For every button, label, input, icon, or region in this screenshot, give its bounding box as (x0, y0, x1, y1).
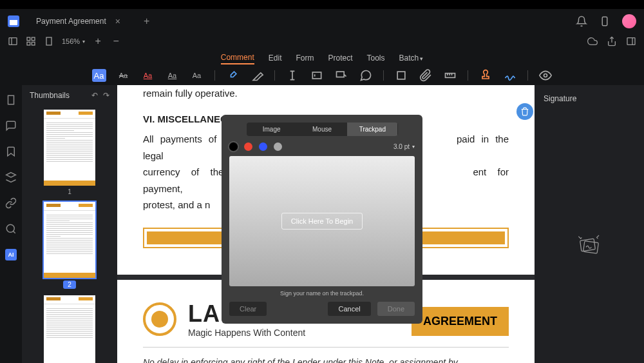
menu-bar: Comment Edit Form Protect Tools Batch▾ (0, 49, 644, 67)
tab-trackpad[interactable]: Trackpad (347, 123, 397, 136)
comments-icon[interactable] (5, 120, 17, 132)
ruler-icon[interactable] (443, 69, 457, 82)
tab-image[interactable]: Image (247, 123, 297, 136)
document-tab[interactable]: Payment Agreement × (27, 16, 129, 26)
svg-rect-1 (10, 17, 17, 20)
svg-rect-7 (27, 42, 30, 45)
signature-title: Signature (544, 94, 635, 103)
eye-icon[interactable] (538, 69, 553, 82)
agreement-badge: AGREEMENT (412, 307, 509, 336)
search-icon[interactable] (5, 223, 17, 235)
clear-button[interactable]: Clear (229, 302, 267, 316)
rectangle-icon[interactable] (394, 69, 408, 82)
thumbnail-page-2[interactable] (44, 202, 95, 278)
menu-protect[interactable]: Protect (328, 52, 352, 64)
cancel-button[interactable]: Cancel (328, 302, 370, 316)
svg-point-22 (544, 74, 547, 77)
bookmark-icon[interactable] (5, 146, 17, 157)
svg-rect-10 (627, 38, 635, 45)
add-tab-button[interactable]: + (144, 15, 149, 27)
signature-icon[interactable] (503, 69, 517, 82)
text-under2-button[interactable]: Aa (166, 69, 180, 82)
thumbnails-panel: Thumbnails ↶ ↷ 1 2 (22, 85, 117, 363)
share-icon[interactable] (607, 36, 617, 46)
svg-rect-6 (32, 37, 35, 41)
chevron-down-icon: ▾ (420, 55, 423, 62)
rotate-right-icon[interactable]: ↷ (103, 91, 109, 100)
chevron-down-icon: ▾ (82, 39, 85, 44)
window-titlebar (0, 0, 644, 9)
page-icon[interactable] (44, 36, 54, 46)
svg-point-25 (6, 224, 14, 232)
text-strike-button[interactable]: Aa (117, 69, 131, 82)
color-red[interactable] (244, 142, 252, 151)
device-icon[interactable] (599, 15, 611, 27)
panel-icon[interactable] (626, 36, 636, 46)
text-caret-button[interactable]: Aa (190, 69, 204, 82)
menu-edit[interactable]: Edit (269, 52, 282, 64)
sidebar-toggle-icon[interactable] (8, 36, 18, 46)
doc-italic: No delay in enforcing any right of the L… (143, 355, 509, 363)
svg-marker-24 (6, 173, 16, 178)
signature-tabs: Image Mouse Trackpad (247, 123, 398, 136)
avatar[interactable] (622, 14, 636, 28)
svg-rect-15 (336, 72, 344, 77)
company-tagline: Magic Happens With Content (188, 328, 305, 338)
color-blue[interactable] (259, 142, 267, 151)
zoom-control[interactable]: 156% ▾ (62, 37, 85, 45)
divider (468, 70, 468, 81)
tab-mouse[interactable]: Mouse (297, 123, 347, 136)
view-toolbar: 156% ▾ + − (0, 34, 644, 49)
begin-signing-button[interactable]: Click Here To Begin (281, 213, 363, 230)
signature-canvas[interactable]: Click Here To Begin (229, 156, 415, 286)
color-gray[interactable] (274, 142, 282, 151)
link-icon[interactable] (5, 197, 17, 209)
svg-rect-9 (46, 37, 52, 45)
textbox-icon[interactable] (310, 69, 324, 82)
tab-bar: Payment Agreement × + (0, 9, 644, 34)
grid-icon[interactable] (26, 36, 36, 46)
divider (527, 70, 528, 81)
text-under-button[interactable]: Aa (141, 69, 155, 82)
menu-tools[interactable]: Tools (367, 52, 385, 64)
text-highlight-button[interactable]: Aa (92, 69, 106, 82)
zoom-value: 156% (62, 37, 80, 45)
thumbnail-page-1[interactable] (44, 110, 95, 186)
stroke-value: 3.0 pt (393, 143, 410, 150)
close-icon[interactable]: × (115, 16, 120, 26)
divider (274, 70, 275, 81)
done-button[interactable]: Done (377, 302, 415, 316)
menu-comment[interactable]: Comment (221, 52, 254, 64)
menu-batch[interactable]: Batch▾ (399, 52, 424, 64)
zoom-out-icon[interactable]: − (111, 36, 121, 46)
tab-label: Payment Agreement (36, 17, 106, 26)
eraser-icon[interactable] (250, 69, 264, 82)
text-cursor-icon[interactable] (285, 69, 299, 82)
ai-icon[interactable]: AI (5, 249, 17, 260)
layers-icon[interactable] (5, 172, 17, 183)
thumbs-icon[interactable] (5, 94, 17, 106)
cloud-icon[interactable] (587, 36, 598, 46)
callout-icon[interactable] (334, 69, 348, 82)
highlighter-icon[interactable] (225, 69, 240, 82)
svg-rect-23 (8, 95, 14, 104)
svg-rect-28 (583, 241, 599, 254)
bell-icon[interactable] (576, 15, 587, 27)
svg-rect-2 (602, 17, 607, 26)
svg-rect-17 (397, 72, 405, 79)
color-black[interactable] (229, 142, 238, 151)
thumbnail-page-3[interactable] (44, 295, 95, 363)
zoom-in-icon[interactable]: + (93, 36, 103, 46)
note-icon[interactable] (359, 69, 373, 82)
doc-fragment: currency of the (143, 166, 223, 177)
stroke-width-select[interactable]: 3.0 pt ▾ (393, 143, 415, 150)
signature-modal: Image Mouse Trackpad 3.0 pt ▾ Click Here… (222, 115, 422, 324)
rotate-left-icon[interactable]: ↶ (91, 91, 98, 100)
attachment-icon[interactable] (419, 69, 433, 82)
signature-panel: Signature (535, 85, 644, 363)
trash-float-button[interactable] (516, 103, 533, 120)
menu-form[interactable]: Form (296, 52, 314, 64)
svg-rect-13 (312, 72, 321, 79)
signature-placeholder-icon[interactable] (576, 232, 602, 258)
stamp-icon[interactable] (478, 69, 493, 82)
